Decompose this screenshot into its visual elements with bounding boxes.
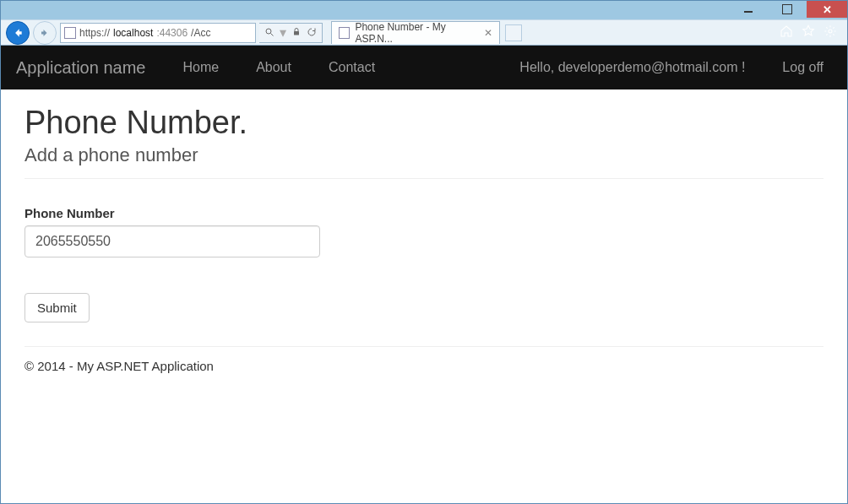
window-maximize-button[interactable] (768, 1, 807, 18)
lock-icon[interactable] (291, 25, 302, 41)
browser-toolbar: https://localhost:44306/Acc ▾ Phone Numb… (1, 19, 847, 46)
separator: ▾ (280, 24, 286, 41)
svg-line-1 (271, 33, 274, 35)
svg-rect-2 (294, 31, 299, 35)
browser-right-icons (780, 24, 842, 41)
nav-home-link[interactable]: Home (174, 55, 227, 80)
svg-point-0 (266, 29, 271, 34)
title-separator (24, 178, 824, 179)
address-bar[interactable]: https://localhost:44306/Acc (60, 23, 256, 43)
home-icon[interactable] (780, 24, 793, 41)
search-dropdown-icon[interactable] (264, 25, 275, 41)
brand-link[interactable]: Application name (16, 58, 145, 78)
window-close-button[interactable]: ✕ (807, 1, 847, 18)
site-navbar: Application name Home About Contact Hell… (1, 46, 847, 89)
url-scheme: https:// (79, 27, 110, 39)
new-tab-button[interactable] (505, 24, 522, 41)
page-viewport[interactable]: Application name Home About Contact Hell… (1, 46, 847, 503)
nav-back-button[interactable] (6, 21, 30, 45)
footer-separator (24, 346, 824, 347)
url-port: :44306 (156, 27, 188, 39)
url-host: localhost (113, 27, 153, 39)
tab-page-icon (339, 27, 350, 39)
nav-greeting-link[interactable]: Hello, developerdemo@hotmail.com ! (511, 55, 753, 80)
nav-about-link[interactable]: About (247, 55, 300, 80)
footer-text: © 2014 - My ASP.NET Application (24, 359, 824, 373)
nav-forward-button[interactable] (33, 21, 57, 45)
phone-input[interactable] (24, 225, 320, 257)
page-title: Phone Number. (24, 105, 824, 141)
page-subtitle: Add a phone number (24, 144, 824, 166)
svg-point-3 (829, 30, 832, 33)
nav-logoff-link[interactable]: Log off (774, 55, 832, 80)
tab-close-icon[interactable]: ✕ (484, 27, 492, 39)
favorites-star-icon[interactable] (802, 24, 815, 41)
url-path: /Acc (191, 27, 210, 39)
browser-tab[interactable]: Phone Number - My ASP.N... ✕ (331, 21, 500, 44)
window-minimize-button[interactable] (729, 1, 768, 18)
page-icon (64, 27, 76, 39)
refresh-icon[interactable] (307, 25, 317, 41)
submit-button[interactable]: Submit (24, 293, 90, 322)
settings-gear-icon[interactable] (824, 24, 837, 41)
browser-window: ✕ https://localhost:44306/Acc ▾ (0, 0, 848, 504)
phone-label: Phone Number (24, 206, 824, 220)
tab-title: Phone Number - My ASP.N... (355, 21, 479, 45)
address-bar-controls: ▾ (259, 23, 323, 43)
page-container: Phone Number. Add a phone number Phone N… (1, 89, 847, 388)
phone-form-group: Phone Number (24, 206, 824, 257)
window-titlebar: ✕ (1, 1, 847, 19)
nav-contact-link[interactable]: Contact (320, 55, 383, 80)
